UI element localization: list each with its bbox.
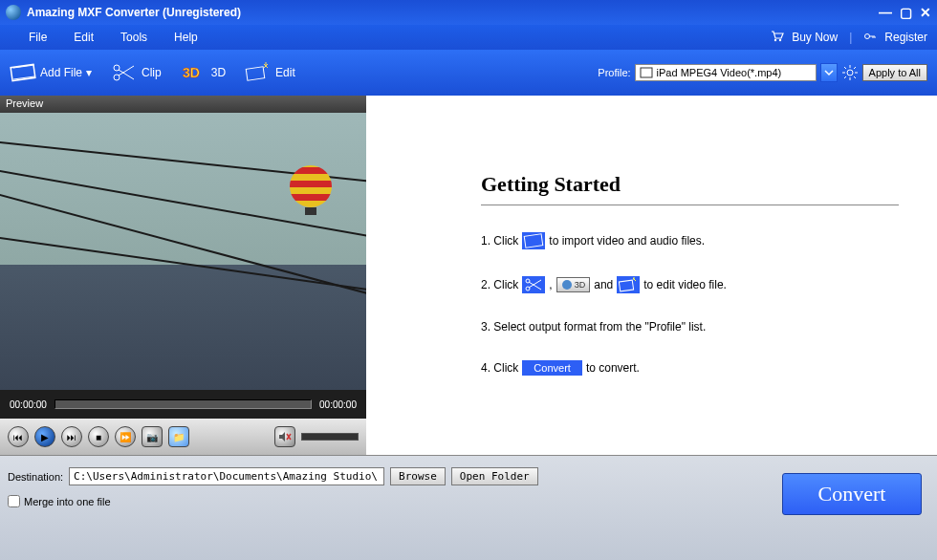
window-title: Amazing MXF Converter (Unregistered): [27, 6, 241, 19]
step-4: 4. Click Convert to convert.: [481, 360, 899, 376]
inline-convert-button: Convert: [522, 360, 582, 376]
add-file-button[interactable]: Add File ▾: [10, 62, 92, 83]
browse-button[interactable]: Browse: [390, 467, 446, 485]
destination-input[interactable]: [69, 467, 384, 485]
time-total: 00:00:00: [319, 399, 357, 410]
step-2: 2. Click , 3D and to edit video file.: [481, 276, 899, 293]
convert-button[interactable]: Convert: [782, 473, 922, 515]
step2-text-d: to edit video file.: [643, 278, 727, 291]
step2-and: and: [594, 278, 613, 291]
open-folder-button[interactable]: Open Folder: [451, 467, 538, 485]
preview-header: Preview: [0, 96, 366, 113]
3d-icon: 3D: [181, 62, 207, 83]
step-1: 1. Click to import video and audio files…: [481, 232, 899, 249]
edit-button[interactable]: Edit: [245, 62, 295, 83]
profile-dropdown-button[interactable]: [820, 63, 838, 82]
step2-text-a: 2. Click: [481, 278, 518, 291]
buy-now-link[interactable]: Buy Now: [792, 31, 838, 44]
balloon-graphic: [290, 165, 332, 215]
clip-button[interactable]: Clip: [111, 62, 162, 83]
merge-label: Merge into one file: [24, 496, 111, 507]
chevron-down-icon: [824, 68, 834, 77]
cart-icon: [771, 30, 784, 46]
preview-pane: Preview 00:00:00 00:00:00 ⏮ ▶ ⏭ ■ ⏩ 📷 📁: [0, 96, 366, 455]
profile-label: Profile:: [598, 67, 630, 78]
step1-text-a: 1. Click: [481, 234, 518, 248]
scissors-icon: [111, 62, 138, 83]
add-file-label: Add File: [40, 66, 82, 79]
app-logo-icon: [6, 5, 21, 20]
svg-rect-12: [525, 234, 543, 248]
svg-point-0: [774, 38, 776, 40]
menu-tools[interactable]: Tools: [120, 31, 147, 44]
volume-slider[interactable]: [301, 433, 359, 441]
step3-text: 3. Select output format from the "Profil…: [481, 320, 706, 334]
stop-button[interactable]: ■: [88, 426, 109, 447]
menu-bar: File Edit Tools Help Buy Now | Register: [0, 25, 937, 50]
inline-wand-icon: [617, 276, 640, 293]
inline-3d-label: 3D: [575, 280, 586, 290]
profile-select[interactable]: iPad MPEG4 Video(*.mp4): [635, 64, 817, 81]
destination-label: Destination:: [8, 471, 63, 483]
step2-comma: ,: [549, 278, 552, 291]
menu-file[interactable]: File: [29, 31, 47, 44]
3d-button[interactable]: 3D 3D: [181, 62, 226, 83]
step4-text-a: 4. Click: [481, 361, 518, 375]
title-bar: Amazing MXF Converter (Unregistered) — ▢…: [0, 0, 937, 25]
menu-edit[interactable]: Edit: [74, 31, 94, 44]
svg-text:3D: 3D: [183, 65, 200, 80]
content-panel: Getting Started 1. Click to import video…: [366, 96, 937, 455]
svg-rect-9: [246, 67, 264, 80]
timeline-slider[interactable]: [54, 399, 312, 409]
timeline: 00:00:00 00:00:00: [0, 390, 366, 419]
inline-3d-icon: 3D: [556, 277, 591, 292]
inline-scissors-icon: [522, 276, 545, 293]
register-link[interactable]: Register: [884, 31, 927, 44]
svg-point-11: [847, 70, 853, 75]
speaker-mute-icon: [278, 430, 292, 443]
main-area: Preview 00:00:00 00:00:00 ⏮ ▶ ⏭ ■ ⏩ 📷 📁: [0, 96, 937, 455]
toolbar: Add File ▾ Clip 3D 3D Edit Profile: iPad…: [0, 50, 937, 96]
player-controls: ⏮ ▶ ⏭ ■ ⏩ 📷 📁: [0, 419, 366, 455]
device-icon: [640, 67, 653, 78]
step1-text-b: to import video and audio files.: [549, 234, 705, 248]
snapshot-folder-button[interactable]: 📁: [168, 426, 189, 447]
menu-help[interactable]: Help: [174, 31, 198, 44]
svg-point-15: [562, 280, 572, 290]
inline-film-icon: [522, 232, 545, 249]
edit-label: Edit: [275, 66, 295, 79]
step-3: 3. Select output format from the "Profil…: [481, 320, 899, 334]
svg-rect-16: [620, 280, 634, 291]
key-icon: [863, 30, 877, 46]
svg-rect-10: [641, 68, 652, 77]
clip-label: Clip: [142, 66, 162, 79]
gear-icon[interactable]: [841, 64, 859, 81]
bottom-panel: Destination: Browse Open Folder Merge in…: [0, 455, 937, 560]
prev-button[interactable]: ⏮: [8, 426, 29, 447]
next-button[interactable]: ⏭: [61, 426, 82, 447]
preview-video[interactable]: [0, 113, 366, 390]
separator: |: [845, 31, 856, 44]
step-button[interactable]: ⏩: [115, 426, 136, 447]
mute-button[interactable]: [274, 426, 295, 447]
step4-text-b: to convert.: [586, 361, 640, 375]
time-current: 00:00:00: [10, 399, 47, 410]
svg-point-1: [779, 38, 781, 40]
wand-icon: [245, 62, 272, 83]
svg-point-2: [865, 33, 870, 38]
minimize-button[interactable]: —: [879, 5, 892, 20]
film-icon: [10, 62, 36, 83]
3d-label: 3D: [211, 66, 226, 79]
maximize-button[interactable]: ▢: [900, 5, 912, 20]
getting-started-title: Getting Started: [481, 172, 899, 205]
close-button[interactable]: ✕: [920, 5, 931, 20]
profile-value: iPad MPEG4 Video(*.mp4): [657, 67, 782, 78]
dropdown-arrow-icon: ▾: [86, 66, 92, 79]
apply-to-all-button[interactable]: Apply to All: [862, 64, 927, 81]
merge-checkbox[interactable]: [8, 495, 20, 507]
snapshot-button[interactable]: 📷: [142, 426, 163, 447]
play-button[interactable]: ▶: [34, 426, 55, 447]
